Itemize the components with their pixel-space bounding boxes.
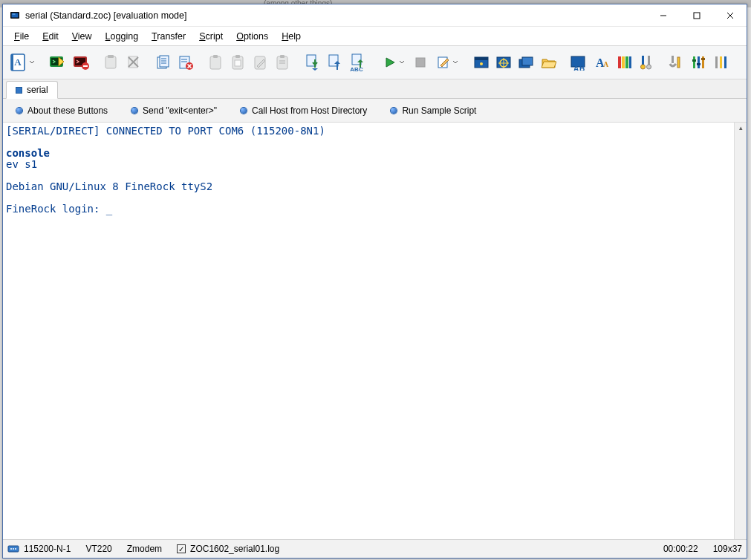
download-button[interactable] bbox=[302, 49, 322, 76]
colors-button[interactable] bbox=[614, 49, 634, 76]
clipboard-2-icon bbox=[230, 54, 245, 71]
status-time: 00:00:22 bbox=[663, 544, 698, 554]
checkbox-icon[interactable]: ✓ bbox=[177, 544, 186, 553]
text-ab-button[interactable]: AB bbox=[568, 49, 590, 76]
cut-button[interactable] bbox=[123, 49, 144, 76]
statusbar: 115200-N-1 VT220 Zmodem ✓ ZOC1602_serial… bbox=[3, 539, 747, 558]
svg-point-67 bbox=[641, 65, 646, 69]
stop-script-icon bbox=[414, 56, 427, 69]
status-protocol[interactable]: Zmodem bbox=[127, 544, 162, 554]
scroll-up-icon[interactable]: ▴ bbox=[739, 124, 743, 131]
status-port[interactable]: 115200-N-1 bbox=[7, 544, 71, 554]
svg-rect-17 bbox=[108, 55, 114, 58]
svg-rect-65 bbox=[629, 56, 631, 68]
svg-rect-56 bbox=[522, 57, 533, 65]
userbutton-call-host[interactable]: Call Host from Host Directory bbox=[241, 105, 367, 116]
menu-script[interactable]: Script bbox=[192, 30, 230, 43]
status-log[interactable]: ✓ ZOC1602_serial01.log bbox=[177, 544, 279, 554]
window-stack-button[interactable] bbox=[516, 49, 536, 76]
menu-transfer[interactable]: Transfer bbox=[145, 30, 192, 43]
window-stack-icon bbox=[518, 55, 534, 70]
close-button[interactable] bbox=[713, 4, 747, 26]
clipboard-2-button[interactable] bbox=[227, 49, 248, 76]
userbutton-label: About these Buttons bbox=[27, 105, 108, 116]
upload-text-button[interactable]: ABC bbox=[346, 49, 370, 76]
menu-help[interactable]: Help bbox=[275, 30, 308, 43]
svg-rect-36 bbox=[235, 60, 241, 66]
font-button[interactable]: AA bbox=[591, 49, 612, 76]
titlebar[interactable]: serial (Standard.zoc) [evaluation mode] bbox=[3, 4, 747, 27]
menu-logging[interactable]: Logging bbox=[99, 30, 146, 43]
svg-rect-66 bbox=[642, 56, 644, 65]
minimize-button[interactable] bbox=[646, 4, 680, 26]
svg-rect-33 bbox=[213, 55, 218, 58]
window-blue-button[interactable] bbox=[471, 49, 492, 76]
clipboard-1-icon bbox=[208, 54, 223, 71]
svg-rect-49 bbox=[475, 57, 488, 60]
copy-page-button[interactable] bbox=[153, 49, 174, 76]
tab-serial[interactable]: serial bbox=[6, 81, 58, 99]
app-window: serial (Standard.zoc) [evaluation mode] … bbox=[2, 4, 747, 559]
quick-disconnect-button[interactable] bbox=[70, 49, 92, 76]
svg-rect-78 bbox=[715, 56, 718, 68]
copy-page-icon bbox=[155, 54, 172, 71]
svg-rect-79 bbox=[720, 56, 722, 68]
svg-point-83 bbox=[13, 548, 14, 550]
bullet-icon bbox=[241, 108, 247, 114]
paste-button[interactable] bbox=[101, 49, 122, 76]
userbutton-about[interactable]: About these Buttons bbox=[16, 105, 108, 116]
tool-options-button[interactable] bbox=[710, 49, 731, 76]
tabstrip: serial bbox=[3, 79, 747, 99]
status-emulation[interactable]: VT220 bbox=[85, 544, 111, 554]
userbuttons-bar: About these Buttons Send "exit<enter>" C… bbox=[3, 99, 747, 123]
menu-file[interactable]: File bbox=[7, 30, 36, 43]
tool-1-button[interactable] bbox=[636, 49, 657, 76]
quick-connect-button[interactable] bbox=[46, 49, 68, 76]
toolbar: A ABC bbox=[3, 45, 747, 79]
upload-button[interactable] bbox=[324, 49, 345, 76]
svg-point-84 bbox=[15, 548, 16, 550]
svg-rect-77 bbox=[701, 58, 705, 60]
userbutton-send-exit[interactable]: Send "exit<enter>" bbox=[131, 105, 217, 116]
app-icon bbox=[9, 10, 21, 22]
svg-rect-9 bbox=[11, 54, 13, 71]
svg-rect-4 bbox=[694, 13, 700, 19]
menu-view[interactable]: View bbox=[65, 30, 99, 43]
upload-text-icon: ABC bbox=[348, 53, 368, 72]
copy-delete-button[interactable] bbox=[175, 49, 196, 76]
menu-edit[interactable]: Edit bbox=[36, 30, 65, 43]
download-icon bbox=[304, 53, 320, 71]
play-script-icon bbox=[383, 55, 397, 70]
svg-rect-46 bbox=[416, 58, 425, 67]
chevron-down-icon bbox=[452, 59, 458, 65]
maximize-button[interactable] bbox=[680, 4, 713, 26]
menu-options[interactable]: Options bbox=[230, 30, 275, 43]
play-script-button[interactable] bbox=[379, 49, 409, 76]
terminal[interactable]: [SERIAL/DIRECT] CONNECTED TO PORT COM6 (… bbox=[3, 123, 734, 539]
clipboard-edit-button[interactable] bbox=[250, 49, 270, 76]
window-title: serial (Standard.zoc) [evaluation mode] bbox=[25, 10, 646, 21]
svg-rect-16 bbox=[105, 56, 116, 68]
host-directory-button[interactable]: A bbox=[7, 49, 37, 76]
svg-text:A: A bbox=[573, 65, 579, 71]
open-folder-button[interactable] bbox=[538, 49, 559, 76]
tool-sliders-button[interactable] bbox=[688, 49, 709, 76]
svg-rect-32 bbox=[210, 56, 221, 69]
stop-script-button[interactable] bbox=[410, 49, 431, 76]
tool-wrench-button[interactable] bbox=[666, 49, 686, 76]
status-size: 109x37 bbox=[713, 544, 742, 554]
scrollbar[interactable]: ▴ bbox=[734, 123, 747, 539]
text-ab-icon: AB bbox=[570, 54, 588, 71]
menubar: File Edit View Logging Transfer Script O… bbox=[3, 27, 747, 45]
chevron-down-icon bbox=[399, 59, 405, 65]
svg-rect-39 bbox=[280, 55, 285, 58]
svg-rect-76 bbox=[697, 63, 700, 65]
userbutton-run-sample[interactable]: Run Sample Script bbox=[391, 105, 476, 116]
edit-script-button[interactable] bbox=[432, 49, 462, 76]
clipboard-1-button[interactable] bbox=[205, 49, 226, 76]
color-bars-icon bbox=[617, 54, 631, 71]
tool-1-icon bbox=[638, 54, 654, 71]
clipboard-4-button[interactable] bbox=[272, 49, 293, 76]
svg-point-50 bbox=[480, 62, 483, 65]
window-target-button[interactable] bbox=[493, 49, 514, 76]
